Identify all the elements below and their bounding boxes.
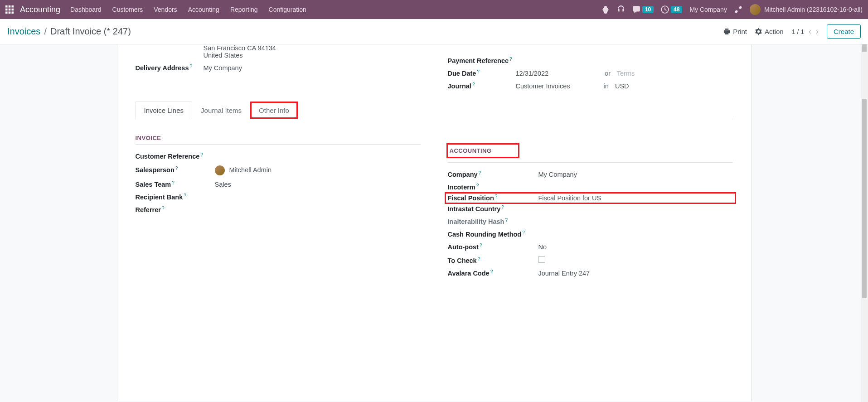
tools-icon[interactable] [734, 5, 742, 14]
action-label: Action [765, 28, 784, 35]
avalara-code-value[interactable]: Journal Entry 247 [538, 270, 733, 277]
messages-icon [632, 5, 640, 14]
activities-button[interactable]: 48 [661, 5, 682, 14]
delivery-address-value[interactable]: My Company [204, 64, 421, 72]
due-terms-hint[interactable]: Terms [617, 70, 635, 77]
invoice-section: INVOICE Customer Reference? Salesperson?… [136, 119, 421, 280]
user-avatar-icon [750, 4, 761, 15]
due-date-label: Due Date? [448, 70, 516, 77]
clock-icon [661, 5, 669, 14]
tab-other-info[interactable]: Other Info [250, 102, 298, 119]
due-date-row: 12/31/2022 or Terms [516, 70, 733, 77]
header-left-col: San Francisco CA 94134 United States Del… [136, 44, 421, 92]
referrer-label: Referrer? [136, 206, 215, 213]
company-value[interactable]: My Company [538, 171, 733, 178]
company-selector[interactable]: My Company [689, 6, 727, 13]
intrastat-label: Intrastat Country? [448, 205, 538, 213]
breadcrumb-current: Draft Invoice (* 247) [50, 26, 131, 37]
svg-rect-2 [12, 5, 14, 8]
payment-ref-label: Payment Reference? [448, 57, 516, 64]
address-country: United States [204, 52, 421, 59]
other-info-tab-content: INVOICE Customer Reference? Salesperson?… [136, 119, 733, 280]
svg-rect-7 [9, 12, 11, 14]
customer-ref-label: Customer Reference? [136, 153, 215, 160]
svg-rect-1 [9, 5, 11, 8]
topbar: Accounting Dashboard Customers Vendors A… [0, 0, 868, 19]
fiscal-position-label: Fiscal Position? [448, 194, 538, 202]
due-date-value[interactable]: 12/31/2022 [516, 70, 549, 77]
address-city: San Francisco CA 94134 [204, 44, 421, 52]
controlbar-right: Print Action 1 / 1 ‹ › Create [723, 24, 861, 39]
auto-post-value[interactable]: No [538, 243, 733, 251]
nav-menu: Dashboard Customers Vendors Accounting R… [70, 6, 306, 13]
print-label: Print [733, 28, 747, 35]
tabs-bar: Invoice Lines Journal Items Other Info [136, 102, 733, 119]
apps-icon[interactable] [5, 5, 14, 14]
scrollbar[interactable] [861, 44, 868, 401]
salesperson-label: Salesperson? [136, 166, 215, 174]
journal-in: in [604, 82, 609, 90]
header-fields: San Francisco CA 94134 United States Del… [136, 44, 733, 92]
to-check-value[interactable] [538, 256, 733, 264]
to-check-label: To Check? [448, 257, 538, 264]
form-sheet: San Francisco CA 94134 United States Del… [117, 44, 752, 401]
topbar-right: 10 48 My Company Mitchell Admin (2231610… [601, 4, 863, 15]
journal-row: Customer Invoices in USD [516, 82, 733, 90]
auto-post-label: Auto-post? [448, 243, 538, 251]
nav-vendors[interactable]: Vendors [154, 6, 177, 13]
svg-rect-3 [5, 9, 8, 11]
header-right-col: Payment Reference? Due Date? 12/31/2022 … [448, 44, 733, 92]
user-menu[interactable]: Mitchell Admin (22316102-16-0-all) [750, 4, 863, 15]
cash-rounding-label: Cash Rounding Method? [448, 231, 538, 238]
pager-next[interactable]: › [816, 27, 819, 36]
scrollbar-thumb[interactable] [862, 99, 867, 298]
nav-accounting[interactable]: Accounting [188, 6, 219, 13]
gear-icon [755, 28, 762, 35]
to-check-checkbox[interactable] [538, 256, 545, 263]
journal-label: Journal? [448, 82, 516, 90]
delivery-address-label: Delivery Address? [136, 64, 204, 72]
action-button[interactable]: Action [755, 28, 784, 35]
user-name: Mitchell Admin (22316102-16-0-all) [764, 6, 863, 13]
controlbar: Invoices / Draft Invoice (* 247) Print A… [0, 19, 868, 44]
nav-configuration[interactable]: Configuration [269, 6, 306, 13]
svg-rect-4 [9, 9, 11, 11]
fiscal-position-value[interactable]: Fiscal Position for US [538, 194, 733, 202]
tab-invoice-lines[interactable]: Invoice Lines [136, 102, 193, 119]
pager-prev[interactable]: ‹ [809, 27, 811, 36]
nav-dashboard[interactable]: Dashboard [70, 6, 102, 13]
recipient-bank-label: Recipient Bank? [136, 194, 215, 201]
create-button[interactable]: Create [827, 24, 861, 39]
content-scroll[interactable]: San Francisco CA 94134 United States Del… [0, 44, 868, 401]
accounting-section: ACCOUNTING Company? My Company Incoterm?… [448, 119, 733, 280]
invoice-section-header: INVOICE [136, 132, 421, 145]
journal-currency[interactable]: USD [615, 82, 629, 90]
pager-count: 1 / 1 [792, 28, 804, 35]
support-icon[interactable] [617, 5, 625, 14]
salesperson-value[interactable]: Mitchell Admin [215, 165, 421, 175]
svg-rect-6 [5, 12, 8, 14]
breadcrumb-sep: / [44, 26, 47, 37]
breadcrumb: Invoices / Draft Invoice (* 247) [7, 26, 131, 37]
due-or: or [605, 70, 611, 77]
customer-address: San Francisco CA 94134 United States [204, 44, 421, 59]
breadcrumb-invoices[interactable]: Invoices [7, 26, 40, 37]
svg-rect-0 [5, 5, 8, 8]
company-label: Company? [448, 171, 538, 178]
messages-badge: 10 [642, 6, 654, 13]
avalara-code-label: Avalara Code? [448, 270, 538, 277]
journal-value[interactable]: Customer Invoices [516, 82, 570, 90]
bug-icon[interactable] [601, 5, 610, 14]
fiscal-position-row: Fiscal Position? Fiscal Position for US [446, 194, 735, 203]
nav-customers[interactable]: Customers [112, 6, 143, 13]
svg-rect-5 [12, 9, 14, 11]
messages-button[interactable]: 10 [632, 5, 654, 14]
print-button[interactable]: Print [723, 28, 747, 35]
tab-journal-items[interactable]: Journal Items [192, 102, 250, 119]
app-name[interactable]: Accounting [20, 5, 60, 15]
nav-reporting[interactable]: Reporting [230, 6, 258, 13]
incoterm-label: Incoterm? [448, 184, 538, 191]
activities-badge: 48 [671, 6, 682, 13]
sales-team-value[interactable]: Sales [215, 181, 421, 188]
inalterability-label: Inalterability Hash? [448, 218, 538, 225]
